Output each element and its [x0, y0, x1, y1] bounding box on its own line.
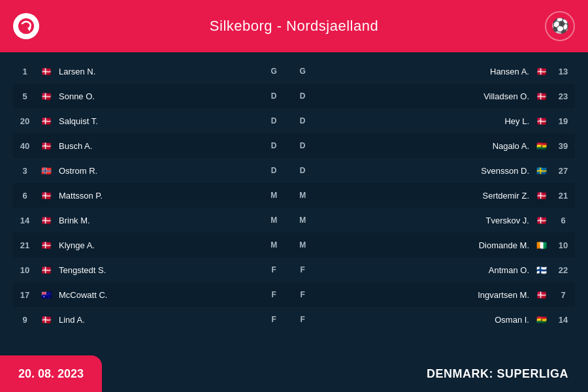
right-num: 6	[551, 208, 575, 233]
left-name: Sonne O.	[56, 84, 264, 108]
lineup-table: 1 🇩🇰 Larsen N. G G Hansen A. 🇩🇰 13 5 🇩🇰 …	[13, 59, 575, 332]
table-row: 17 🇦🇺 McCowatt C. F F Ingvartsen M. 🇩🇰 7	[13, 282, 575, 307]
league-name: DENMARK: SUPERLIGA	[427, 367, 588, 381]
left-num: 10	[13, 257, 37, 282]
left-num: 6	[13, 183, 37, 208]
right-num: 13	[551, 59, 575, 84]
table-row: 5 🇩🇰 Sonne O. D D Villadsen O. 🇩🇰 23	[13, 84, 575, 108]
left-pos: F	[264, 307, 284, 332]
left-pos: F	[264, 257, 284, 282]
left-num: 21	[13, 233, 37, 257]
divider	[284, 133, 293, 158]
divider	[284, 233, 293, 257]
divider	[284, 183, 293, 208]
divider	[284, 84, 293, 108]
table-row: 9 🇩🇰 Lind A. F F Osman I. 🇬🇭 14	[13, 307, 575, 332]
left-flag: 🇩🇰	[37, 183, 56, 208]
divider	[284, 208, 293, 233]
table-row: 1 🇩🇰 Larsen N. G G Hansen A. 🇩🇰 13	[13, 59, 575, 84]
right-flag: 🇩🇰	[532, 108, 551, 133]
right-name: Svensson D.	[312, 158, 532, 183]
divider	[284, 282, 293, 307]
table-row: 21 🇩🇰 Klynge A. M M Diomande M. 🇨🇮 10	[13, 233, 575, 257]
left-flag: 🇩🇰	[37, 307, 56, 332]
right-num: 39	[551, 133, 575, 158]
right-num: 10	[551, 233, 575, 257]
left-pos: M	[264, 208, 284, 233]
right-name: Osman I.	[312, 307, 532, 332]
right-num: 21	[551, 183, 575, 208]
left-num: 40	[13, 133, 37, 158]
left-name: Salquist T.	[56, 108, 264, 133]
table-row: 20 🇩🇰 Salquist T. D D Hey L. 🇩🇰 19	[13, 108, 575, 133]
left-num: 1	[13, 59, 37, 84]
right-flag: 🇬🇭	[532, 307, 551, 332]
left-name: Klynge A.	[56, 233, 264, 257]
left-num: 9	[13, 307, 37, 332]
left-flag: 🇳🇴	[37, 158, 56, 183]
logo-icon	[17, 17, 35, 35]
right-flag: 🇫🇮	[532, 257, 551, 282]
left-name: Brink M.	[56, 208, 264, 233]
divider	[284, 59, 293, 84]
right-flag: 🇨🇮	[532, 233, 551, 257]
left-flag: 🇩🇰	[37, 233, 56, 257]
left-name: Mattsson P.	[56, 183, 264, 208]
left-pos: D	[264, 84, 284, 108]
left-flag: 🇩🇰	[37, 84, 56, 108]
left-flag: 🇩🇰	[37, 108, 56, 133]
left-pos: M	[264, 233, 284, 257]
right-pos: F	[293, 282, 312, 307]
right-num: 23	[551, 84, 575, 108]
right-flag: 🇩🇰	[532, 282, 551, 307]
left-name: McCowatt C.	[56, 282, 264, 307]
table-row: 14 🇩🇰 Brink M. M M Tverskov J. 🇩🇰 6	[13, 208, 575, 233]
right-name: Sertdemir Z.	[312, 183, 532, 208]
right-flag: 🇩🇰	[532, 208, 551, 233]
table-row: 6 🇩🇰 Mattsson P. M M Sertdemir Z. 🇩🇰 21	[13, 183, 575, 208]
right-num: 27	[551, 158, 575, 183]
left-num: 17	[13, 282, 37, 307]
right-name: Hey L.	[312, 108, 532, 133]
sport-icon: ⚽	[545, 11, 575, 41]
right-pos: M	[293, 183, 312, 208]
left-name: Tengstedt S.	[56, 257, 264, 282]
right-pos: F	[293, 307, 312, 332]
right-num: 7	[551, 282, 575, 307]
right-name: Antman O.	[312, 257, 532, 282]
lineup-section: 1 🇩🇰 Larsen N. G G Hansen A. 🇩🇰 13 5 🇩🇰 …	[0, 52, 588, 338]
left-flag: 🇩🇰	[37, 208, 56, 233]
right-name: Tverskov J.	[312, 208, 532, 233]
left-pos: M	[264, 183, 284, 208]
left-name: Busch A.	[56, 133, 264, 158]
right-num: 14	[551, 307, 575, 332]
right-name: Ingvartsen M.	[312, 282, 532, 307]
left-pos: D	[264, 133, 284, 158]
right-flag: 🇩🇰	[532, 59, 551, 84]
left-name: Larsen N.	[56, 59, 264, 84]
footer: 20. 08. 2023 DENMARK: SUPERLIGA	[0, 355, 588, 392]
left-flag: 🇩🇰	[37, 257, 56, 282]
right-pos: M	[293, 233, 312, 257]
right-pos: D	[293, 133, 312, 158]
right-pos: M	[293, 208, 312, 233]
right-pos: D	[293, 84, 312, 108]
right-num: 19	[551, 108, 575, 133]
left-num: 5	[13, 84, 37, 108]
left-name: Ostrom R.	[56, 158, 264, 183]
right-flag: 🇬🇭	[532, 133, 551, 158]
svg-point-0	[18, 18, 34, 34]
left-num: 20	[13, 108, 37, 133]
left-pos: F	[264, 282, 284, 307]
left-name: Lind A.	[56, 307, 264, 332]
left-pos: G	[264, 59, 284, 84]
table-row: 40 🇩🇰 Busch A. D D Nagalo A. 🇬🇭 39	[13, 133, 575, 158]
right-name: Nagalo A.	[312, 133, 532, 158]
logo-circle	[13, 13, 39, 39]
left-num: 14	[13, 208, 37, 233]
left-pos: D	[264, 158, 284, 183]
right-flag: 🇸🇪	[532, 158, 551, 183]
right-pos: D	[293, 108, 312, 133]
left-num: 3	[13, 158, 37, 183]
left-flag: 🇩🇰	[37, 133, 56, 158]
